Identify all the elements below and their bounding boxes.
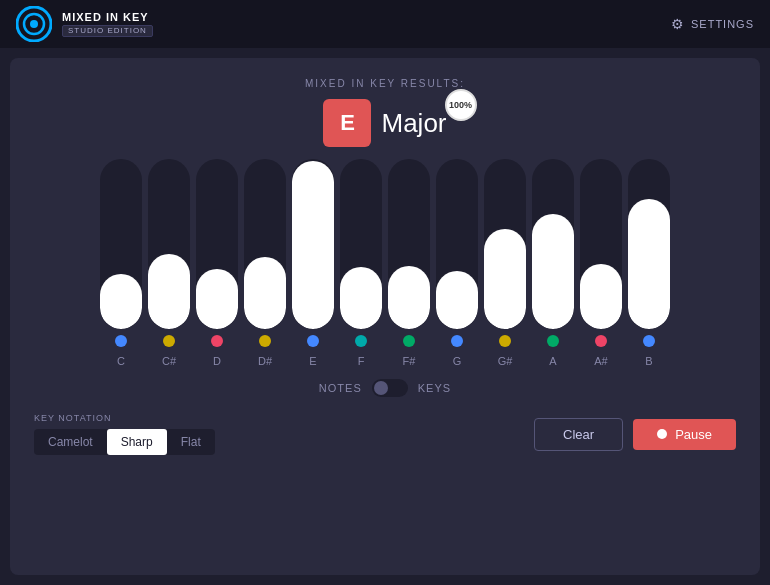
bar-note-label: B	[645, 355, 652, 367]
bar-item: E	[292, 159, 334, 367]
bar-track	[532, 159, 574, 329]
logo-icon	[16, 6, 52, 42]
bar-dot	[355, 335, 367, 347]
pause-label: Pause	[675, 427, 712, 442]
bar-fill	[292, 161, 334, 329]
bar-item: F#	[388, 159, 430, 367]
bar-dot	[115, 335, 127, 347]
bar-item: D#	[244, 159, 286, 367]
bar-note-label: C#	[162, 355, 176, 367]
toggle-row: NOTES KEYS	[319, 379, 451, 397]
key-name: Major	[381, 108, 446, 139]
bar-fill	[436, 271, 478, 329]
bar-track	[580, 159, 622, 329]
bar-dot	[403, 335, 415, 347]
bar-fill	[100, 274, 142, 329]
bar-note-label: D#	[258, 355, 272, 367]
bar-item: A#	[580, 159, 622, 367]
key-notation: KEY NOTATION CamelotSharpFlat	[34, 413, 215, 455]
bar-track	[148, 159, 190, 329]
bar-dot	[595, 335, 607, 347]
bar-dot	[259, 335, 271, 347]
notation-buttons: CamelotSharpFlat	[34, 429, 215, 455]
bar-fill	[244, 257, 286, 329]
key-badge: E	[323, 99, 371, 147]
bar-item: D	[196, 159, 238, 367]
bar-dot	[499, 335, 511, 347]
bottom-bar: KEY NOTATION CamelotSharpFlat Clear Paus…	[30, 413, 740, 455]
bar-track	[340, 159, 382, 329]
bar-item: C#	[148, 159, 190, 367]
bar-note-label: G	[453, 355, 462, 367]
bar-note-label: C	[117, 355, 125, 367]
bars-section: CC#DD#EFF#GG#AA#B	[100, 167, 670, 367]
bar-note-label: E	[309, 355, 316, 367]
bar-note-label: D	[213, 355, 221, 367]
bar-track	[436, 159, 478, 329]
bar-fill	[340, 267, 382, 329]
main-panel: MIXED IN KEY RESULTS: E Major 100% CC#DD…	[10, 58, 760, 575]
notation-btn-sharp[interactable]: Sharp	[107, 429, 167, 455]
header-left: MIXED IN KEY STUDIO EDITION	[16, 6, 153, 42]
header: MIXED IN KEY STUDIO EDITION ⚙ SETTINGS	[0, 0, 770, 48]
bar-fill	[532, 214, 574, 329]
brand-name: MIXED IN KEY	[62, 11, 153, 23]
bar-fill	[196, 269, 238, 329]
keys-label: KEYS	[418, 382, 451, 394]
brand-text: MIXED IN KEY STUDIO EDITION	[62, 11, 153, 38]
bar-track	[292, 159, 334, 329]
pause-button[interactable]: Pause	[633, 419, 736, 450]
bar-dot	[547, 335, 559, 347]
pause-dot-icon	[657, 429, 667, 439]
bar-fill	[628, 199, 670, 329]
key-notation-label: KEY NOTATION	[34, 413, 215, 423]
studio-badge: STUDIO EDITION	[62, 25, 153, 38]
bar-dot	[211, 335, 223, 347]
bar-dot	[307, 335, 319, 347]
toggle-knob	[374, 381, 388, 395]
bar-note-label: F#	[403, 355, 416, 367]
bar-note-label: G#	[498, 355, 513, 367]
notation-btn-flat[interactable]: Flat	[167, 429, 215, 455]
bar-track	[244, 159, 286, 329]
bar-fill	[580, 264, 622, 329]
bar-track	[196, 159, 238, 329]
bar-fill	[388, 266, 430, 329]
bar-note-label: A	[549, 355, 556, 367]
bar-item: G	[436, 159, 478, 367]
notes-label: NOTES	[319, 382, 362, 394]
bar-item: B	[628, 159, 670, 367]
bar-track	[100, 159, 142, 329]
settings-button[interactable]: ⚙ SETTINGS	[671, 16, 754, 32]
settings-label: SETTINGS	[691, 18, 754, 30]
notation-btn-camelot[interactable]: Camelot	[34, 429, 107, 455]
results-label: MIXED IN KEY RESULTS:	[305, 78, 465, 89]
bar-track	[628, 159, 670, 329]
svg-point-2	[30, 20, 38, 28]
bar-track	[388, 159, 430, 329]
bar-fill	[148, 254, 190, 329]
bar-dot	[643, 335, 655, 347]
bar-item: C	[100, 159, 142, 367]
bar-item: A	[532, 159, 574, 367]
bar-dot	[451, 335, 463, 347]
gear-icon: ⚙	[671, 16, 685, 32]
confidence-badge: 100%	[445, 89, 477, 121]
bar-note-label: F	[358, 355, 365, 367]
bar-item: F	[340, 159, 382, 367]
bar-track	[484, 159, 526, 329]
bar-item: G#	[484, 159, 526, 367]
notes-keys-toggle[interactable]	[372, 379, 408, 397]
clear-button[interactable]: Clear	[534, 418, 623, 451]
bar-fill	[484, 229, 526, 329]
bar-dot	[163, 335, 175, 347]
key-display: E Major 100%	[323, 99, 446, 147]
action-buttons: Clear Pause	[534, 418, 736, 451]
bar-note-label: A#	[594, 355, 607, 367]
